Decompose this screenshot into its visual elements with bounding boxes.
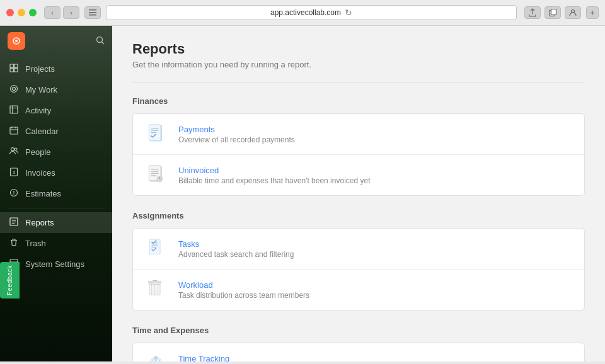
- tasks-report-name: Tasks: [178, 239, 572, 249]
- svg-rect-10: [10, 64, 14, 68]
- search-icon[interactable]: [96, 36, 105, 47]
- close-button[interactable]: [6, 9, 14, 16]
- svg-rect-69: [149, 282, 161, 283]
- time-tracking-report-info: Time Tracking Time records in all projec…: [178, 354, 572, 362]
- svg-rect-16: [10, 106, 18, 113]
- nav-buttons: ‹ ›: [44, 6, 79, 19]
- sidebar-item-label: People: [25, 147, 50, 157]
- time-tracking-icon: [146, 352, 168, 361]
- sidebar-item-label: Activity: [25, 106, 51, 115]
- assignments-report-cards: Tasks Advanced task search and filtering: [132, 228, 585, 310]
- report-card-time-tracking[interactable]: Time Tracking Time records in all projec…: [133, 343, 584, 361]
- trash-icon: [9, 238, 19, 249]
- app-container: Projects My Work Activity: [0, 26, 605, 361]
- workload-icon: [146, 278, 168, 301]
- sidebar-item-label: Reports: [25, 218, 54, 227]
- payments-report-desc: Overview of all recorded payments: [178, 135, 572, 144]
- title-bar: ‹ › app.activecollab.com ↻ +: [0, 0, 605, 25]
- sidebar-item-label: Calendar: [25, 127, 59, 136]
- svg-point-7: [15, 40, 18, 42]
- calendar-icon: [9, 126, 19, 137]
- sidebar-divider: [8, 208, 105, 208]
- sidebar-item-label: Estimates: [25, 189, 61, 198]
- estimates-icon: [9, 188, 19, 199]
- sidebar-item-estimates[interactable]: Estimates: [0, 183, 112, 204]
- sidebar-item-people[interactable]: People: [0, 142, 112, 162]
- sidebar-item-activity[interactable]: Activity: [0, 100, 112, 121]
- page-subtitle: Get the information you need by running …: [132, 60, 585, 69]
- tasks-icon: [146, 237, 168, 260]
- browser-actions: [524, 6, 581, 19]
- svg-point-14: [11, 86, 18, 93]
- assignments-section-title: Assignments: [132, 211, 585, 220]
- mywork-icon: [9, 84, 19, 95]
- svg-line-9: [102, 42, 105, 44]
- svg-point-29: [13, 193, 14, 195]
- page-title: Reports: [132, 41, 585, 57]
- report-card-tasks[interactable]: Tasks Advanced task search and filtering: [133, 229, 584, 270]
- uninvoiced-icon: [146, 164, 168, 186]
- svg-point-15: [13, 88, 16, 91]
- feedback-label: Feedback: [6, 265, 13, 295]
- report-card-uninvoiced[interactable]: Uninvoiced Billable time and expenses th…: [133, 155, 584, 195]
- uninvoiced-report-name: Uninvoiced: [178, 166, 572, 175]
- time-expenses-report-cards: Time Tracking Time records in all projec…: [132, 343, 585, 361]
- sidebar-item-label: Trash: [25, 239, 46, 248]
- svg-rect-13: [14, 69, 18, 72]
- svg-point-23: [11, 148, 14, 151]
- sidebar-item-calendar[interactable]: Calendar: [0, 121, 112, 142]
- projects-icon: [9, 64, 19, 74]
- uninvoiced-report-info: Uninvoiced Billable time and expenses th…: [178, 166, 572, 185]
- sidebar-item-label: System Settings: [25, 259, 84, 269]
- forward-button[interactable]: ›: [63, 6, 79, 19]
- report-card-workload[interactable]: Workload Task distribution across team m…: [133, 270, 584, 310]
- finances-section-title: Finances: [132, 96, 585, 106]
- workload-report-name: Workload: [178, 280, 572, 290]
- sidebar-item-reports[interactable]: Reports: [0, 212, 112, 233]
- sidebar-toggle-button[interactable]: [84, 6, 101, 19]
- time-tracking-report-name: Time Tracking: [178, 354, 572, 362]
- back-button[interactable]: ‹: [44, 6, 60, 19]
- add-tab-button[interactable]: +: [586, 6, 599, 19]
- sidebar-item-label: Invoices: [25, 168, 55, 178]
- payments-report-name: Payments: [178, 125, 572, 134]
- workload-report-desc: Task distribution across team members: [178, 291, 572, 300]
- traffic-lights: [6, 9, 37, 16]
- tasks-report-info: Tasks Advanced task search and filtering: [178, 239, 572, 259]
- svg-rect-4: [551, 9, 556, 15]
- sidebar-header: [0, 26, 112, 56]
- uninvoiced-report-desc: Billable time and expenses that haven't …: [178, 176, 572, 185]
- maximize-button[interactable]: [29, 9, 37, 16]
- share-button[interactable]: [524, 6, 541, 19]
- sidebar-item-invoices[interactable]: $ Invoices: [0, 162, 112, 183]
- report-card-payments[interactable]: Payments Overview of all recorded paymen…: [133, 114, 584, 155]
- sidebar-item-mywork[interactable]: My Work: [0, 79, 112, 100]
- svg-rect-2: [89, 14, 96, 16]
- tasks-report-desc: Advanced task search and filtering: [178, 250, 572, 259]
- browser-chrome: ‹ › app.activecollab.com ↻ +: [0, 0, 605, 26]
- profile-button[interactable]: [565, 6, 581, 19]
- svg-rect-0: [89, 9, 96, 11]
- duplicate-button[interactable]: [544, 6, 561, 19]
- svg-point-24: [14, 148, 17, 151]
- svg-rect-75: [155, 356, 157, 358]
- svg-rect-19: [10, 127, 18, 134]
- feedback-tab[interactable]: Feedback: [0, 262, 20, 299]
- workload-report-info: Workload Task distribution across team m…: [178, 280, 572, 300]
- activity-icon: [9, 105, 19, 116]
- sidebar-item-projects[interactable]: Projects: [0, 59, 112, 79]
- app-logo[interactable]: [8, 32, 25, 50]
- finances-report-cards: Payments Overview of all recorded paymen…: [132, 113, 585, 196]
- sidebar-nav: Projects My Work Activity: [0, 56, 112, 361]
- invoices-icon: $: [9, 168, 19, 178]
- svg-rect-11: [14, 64, 18, 68]
- main-content: Reports Get the information you need by …: [112, 26, 605, 361]
- svg-rect-12: [10, 69, 14, 72]
- refresh-button[interactable]: ↻: [345, 8, 352, 18]
- svg-rect-1: [89, 12, 96, 13]
- sidebar-item-trash[interactable]: Trash: [0, 233, 112, 254]
- payments-icon: [146, 123, 168, 145]
- minimize-button[interactable]: [18, 9, 25, 16]
- address-bar[interactable]: app.activecollab.com ↻: [106, 5, 517, 20]
- svg-point-8: [97, 37, 103, 42]
